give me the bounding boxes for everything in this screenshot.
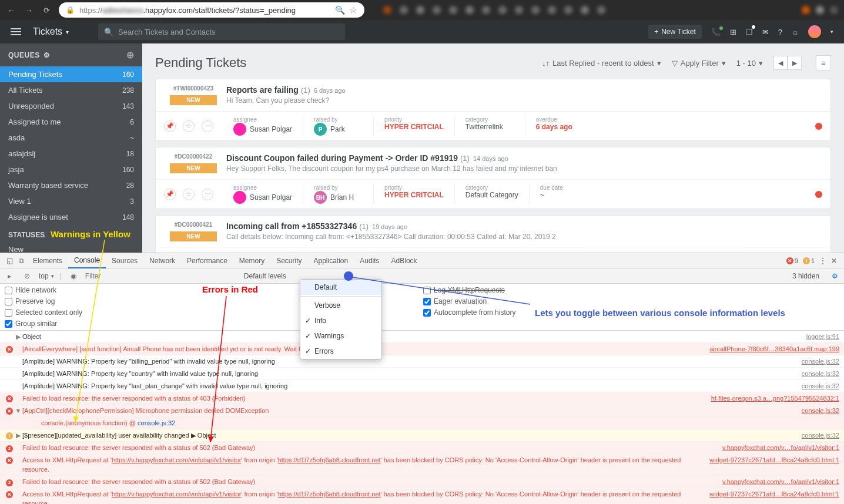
console-option[interactable]: Eager evaluation (423, 297, 515, 305)
close-devtools-icon[interactable]: ✕ (831, 257, 837, 265)
devtools-tab[interactable]: Sources (106, 253, 143, 268)
map-icon[interactable]: ⊞ (730, 28, 736, 36)
star-icon[interactable]: ☆ (183, 189, 195, 200)
devtools-panel: ◱ ⧉ ElementsConsoleSourcesNetworkPerform… (0, 253, 844, 504)
page-range[interactable]: 1 - 10 ▾ (736, 59, 763, 68)
levels-menu-item[interactable]: Default (300, 280, 381, 295)
status-item[interactable]: New (0, 241, 142, 253)
ticket-card[interactable]: #TWI00000423NEW Reports are failing(1)6 … (155, 79, 831, 141)
error-count-badge[interactable]: ✕9 (786, 257, 798, 264)
pin-icon[interactable]: 📌 (164, 189, 176, 200)
avatar[interactable] (808, 25, 821, 38)
console-toolbar: ▸ ⊘ top ▾ | ◉ Default levels 3 hidden ⚙ (0, 268, 844, 284)
queue-item[interactable]: All Tickets238 (0, 82, 142, 98)
menu-icon[interactable] (11, 28, 21, 35)
queue-item[interactable]: Unresponded143 (0, 98, 142, 114)
devtools-tab[interactable]: Memory (233, 253, 270, 268)
search-input[interactable]: 🔍 Search Tickets and Contacts (98, 23, 345, 40)
phone-icon[interactable]: 📞 (711, 28, 721, 36)
levels-menu-item[interactable]: Verbose (300, 298, 381, 313)
queue-item[interactable]: Pending Tickets160 (0, 66, 142, 82)
queue-item[interactable]: View 13 (0, 193, 142, 209)
levels-menu-item[interactable]: Errors (300, 344, 381, 359)
prev-page-button[interactable]: ◀ (773, 56, 788, 70)
url-text: https://adkeshavco.happyfox.com/staff/ti… (79, 6, 330, 15)
levels-menu-item[interactable]: Warnings (300, 328, 381, 344)
devtools-tab[interactable]: Console (68, 253, 106, 268)
devtools-tab[interactable]: AdBlock (386, 253, 423, 268)
console-line[interactable]: [Amplitude] WARNING: Property key "count… (0, 368, 844, 380)
console-line[interactable]: ✕Access to XMLHttpRequest at 'https://v.… (0, 454, 844, 476)
devtools-tab[interactable]: Performance (181, 253, 233, 268)
inbox-icon[interactable]: ✉ (762, 28, 769, 36)
console-option[interactable]: Log XMLHttpRequests (423, 286, 515, 294)
reload-button[interactable]: ⟳ (41, 5, 52, 15)
devtools-tab[interactable]: Elements (27, 253, 68, 268)
gear-icon[interactable]: ⚙ (43, 51, 51, 59)
queue-item[interactable]: jasja160 (0, 162, 142, 177)
next-page-button[interactable]: ▶ (788, 56, 802, 70)
devtools-tab[interactable]: Audits (354, 253, 385, 268)
devtools-tab[interactable]: Security (270, 253, 307, 268)
sort-dropdown[interactable]: ↓↑ Last Replied - recent to oldest ▾ (542, 59, 661, 68)
ticket-card[interactable]: #DC00000422NEW Discount Coupon failed du… (155, 147, 831, 209)
console-option[interactable]: Hide network (5, 286, 82, 294)
console-line[interactable]: ✕Access to XMLHttpRequest at 'https://v.… (0, 488, 844, 504)
queue-item[interactable]: Warranty based service28 (0, 177, 142, 193)
help-icon[interactable]: ? (778, 28, 782, 36)
levels-dropdown[interactable]: Default levels (244, 272, 286, 280)
console-line[interactable]: 2Failed to load resource: the server res… (0, 476, 844, 488)
console-line[interactable]: ▶Objectlogger.js:91 (0, 331, 844, 343)
more-icon[interactable]: ⋯ (202, 189, 213, 200)
add-queue-button[interactable]: ⊕ (126, 49, 135, 61)
new-ticket-button[interactable]: + New Ticket (648, 25, 702, 39)
pin-icon[interactable]: 📌 (164, 120, 176, 132)
devtools-tab[interactable]: Application (308, 253, 354, 268)
more-icon[interactable]: ⋮ (819, 257, 826, 265)
console-line[interactable]: console.(anonymous function) @ console.j… (0, 417, 844, 429)
address-bar[interactable]: 🔒 https://adkeshavco.happyfox.com/staff/… (59, 2, 364, 18)
console-line[interactable]: ✕Failed to load resource: the server res… (0, 392, 844, 405)
context-selector[interactable]: top ▾ (39, 272, 54, 280)
copy-icon[interactable]: ❐ (746, 28, 753, 36)
console-line[interactable]: ✕▼[AppCtrl][checkMicrophonePermission] M… (0, 405, 844, 417)
console-line[interactable]: 2Failed to load resource: the server res… (0, 442, 844, 454)
star-icon[interactable]: ☆ (350, 5, 357, 15)
console-option[interactable]: Autocomplete from history (423, 308, 515, 317)
settings-gear-icon[interactable]: ⚙ (829, 272, 840, 280)
forward-button[interactable]: → (24, 5, 34, 15)
console-line[interactable]: [Amplitude] WARNING: Property key "last_… (0, 380, 844, 392)
statuses-header: STATUSES (0, 225, 142, 241)
queue-item[interactable]: asda~ (0, 130, 142, 146)
devtools-tab[interactable]: Network (143, 253, 181, 268)
hidden-count[interactable]: 3 hidden (792, 272, 819, 280)
status-dot (815, 123, 822, 130)
console-option[interactable]: Selected context only (5, 308, 82, 317)
sidebar-toggle-icon[interactable]: ▸ (4, 272, 15, 280)
levels-menu-item[interactable]: Info (300, 313, 381, 328)
queue-item[interactable]: Assigned to me6 (0, 114, 142, 130)
device-icon[interactable]: ⧉ (15, 257, 27, 265)
filter-input[interactable] (85, 272, 238, 280)
console-option[interactable]: Preserve log (5, 297, 82, 305)
filter-dropdown[interactable]: ▽ Apply Filter ▾ (672, 59, 726, 68)
plus-icon: + (654, 28, 658, 36)
star-icon[interactable]: ☆ (183, 120, 195, 132)
queue-item[interactable]: aslajdslj18 (0, 146, 142, 162)
clear-console-icon[interactable]: ⊘ (21, 272, 33, 280)
settings-icon[interactable]: ☼ (792, 28, 799, 36)
eye-icon[interactable]: ◉ (68, 272, 79, 280)
queue-item[interactable]: Assignee is unset148 (0, 209, 142, 225)
warn-count-badge[interactable]: !1 (803, 257, 815, 264)
console-line[interactable]: !▶[$presence][updated_availability] user… (0, 429, 844, 442)
more-icon[interactable]: ⋯ (202, 120, 213, 132)
ticket-card[interactable]: #DC00000421NEW Incoming call from +18553… (155, 215, 831, 253)
console-option[interactable]: Group similar (5, 320, 82, 328)
page-title[interactable]: Tickets ▾ (33, 26, 69, 37)
inspect-icon[interactable]: ◱ (4, 257, 15, 265)
list-view-button[interactable]: ≡ (816, 55, 831, 70)
back-button[interactable]: ← (6, 5, 16, 15)
console-line[interactable]: [Amplitude] WARNING: Property key "billi… (0, 355, 844, 368)
console-line[interactable]: ✕[AircallEverywhere] [send function] Air… (0, 343, 844, 355)
search-icon[interactable]: 🔍 (335, 5, 345, 15)
